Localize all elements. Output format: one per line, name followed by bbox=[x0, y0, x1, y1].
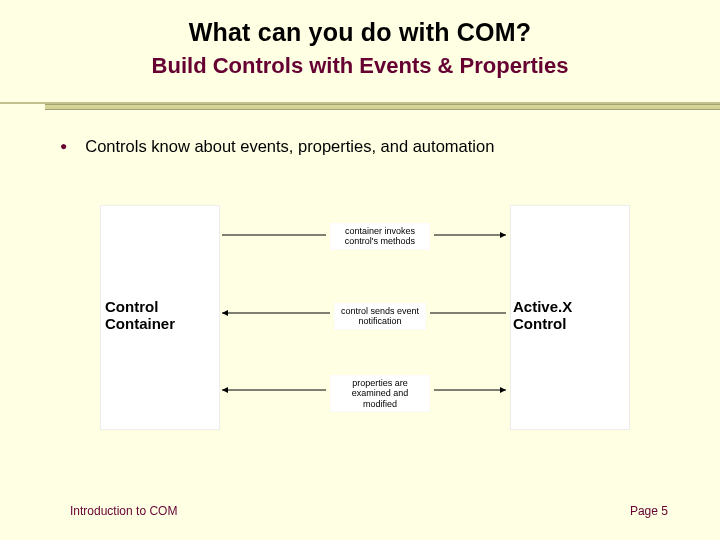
footer-page: Page 5 bbox=[630, 504, 668, 518]
diagram-annotation-top: container invokes control's methods bbox=[330, 223, 430, 250]
title-divider bbox=[0, 102, 720, 112]
diagram-annotation-mid: control sends event notification bbox=[334, 303, 426, 330]
diagram-annotation-bot: properties are examined and modified bbox=[330, 375, 430, 412]
diagram-right-box: Active.X Control bbox=[510, 205, 630, 430]
footer-page-label: Page bbox=[630, 504, 658, 518]
bullet-item: ● Controls know about events, properties… bbox=[58, 135, 680, 157]
bullet-text: Controls know about events, properties, … bbox=[85, 135, 494, 157]
diagram-left-box: Control Container bbox=[100, 205, 220, 430]
slide-title: What can you do with COM? bbox=[0, 0, 720, 47]
diagram-right-label: Active.X Control bbox=[513, 298, 625, 333]
slide-subtitle: Build Controls with Events & Properties bbox=[0, 53, 720, 79]
content-area: ● Controls know about events, properties… bbox=[58, 135, 680, 157]
bullet-icon: ● bbox=[60, 135, 67, 157]
footer-page-number: 5 bbox=[661, 504, 668, 518]
footer-title: Introduction to COM bbox=[70, 504, 177, 518]
diagram-left-label: Control Container bbox=[105, 298, 217, 333]
diagram: Control Container Active.X Control conta… bbox=[100, 205, 630, 435]
